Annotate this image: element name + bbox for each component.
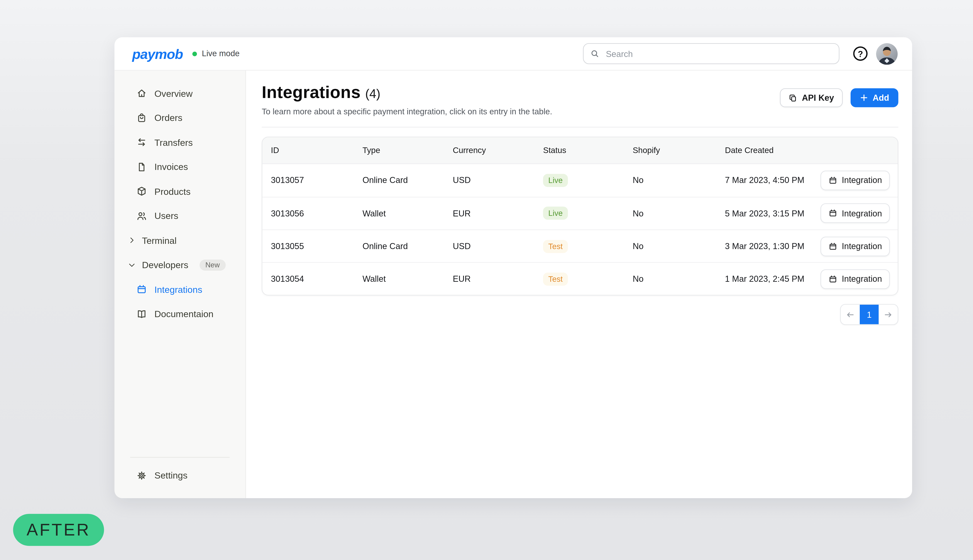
sidebar-item-label: Transfers	[154, 137, 193, 148]
cell-id: 3013055	[271, 241, 363, 251]
cell-shopify: No	[633, 208, 725, 218]
invoice-file-icon	[136, 162, 147, 172]
head-actions: API Key Add	[779, 88, 898, 107]
status-badge: Test	[543, 240, 568, 253]
sidebar-item-terminal[interactable]: Terminal	[114, 228, 245, 253]
prev-page-button[interactable]	[841, 305, 860, 325]
sidebar-item-label: Overview	[154, 88, 192, 98]
page-title: Integrations	[262, 83, 361, 102]
table-row[interactable]: 3013057Online CardUSDLiveNo7 Mar 2023, 4…	[262, 164, 898, 197]
table-body: 3013057Online CardUSDLiveNo7 Mar 2023, 4…	[262, 164, 898, 295]
cell-status: Test	[543, 240, 633, 253]
open-book-icon	[136, 308, 147, 320]
gear-icon	[136, 470, 147, 481]
home-icon	[136, 88, 147, 99]
live-mode-label: Live mode	[202, 49, 239, 58]
cell-id: 3013054	[271, 274, 363, 284]
sidebar-item-integrations[interactable]: Integrations	[114, 277, 245, 302]
sidebar-item-invoices[interactable]: Invoices	[114, 155, 245, 179]
status-badge: Live	[543, 174, 568, 187]
integration-button-label: Integration	[842, 208, 882, 218]
table-row[interactable]: 3013054WalletEURTestNo1 Mar 2023, 2:45 P…	[262, 262, 898, 295]
table-header-row: IDTypeCurrencyStatusShopifyDate Created	[262, 137, 898, 164]
sidebar-item-overview[interactable]: Overview	[114, 81, 245, 106]
top-bar: paymob Live mode ?	[114, 37, 912, 71]
cell-currency: EUR	[453, 274, 543, 284]
cell-action: Integration	[820, 170, 890, 190]
integration-button[interactable]: Integration	[820, 237, 890, 256]
next-page-button[interactable]	[879, 305, 898, 325]
head-divider	[262, 127, 898, 128]
status-badge: Live	[543, 207, 568, 220]
cell-date-created: 5 Mar 2023, 3:15 PM	[725, 208, 820, 218]
live-mode-indicator: Live mode	[192, 49, 239, 58]
integrations-table: IDTypeCurrencyStatusShopifyDate Created …	[262, 137, 898, 296]
cell-action: Integration	[820, 237, 890, 256]
new-badge: New	[199, 259, 226, 270]
calendar-icon	[828, 242, 837, 251]
integration-button[interactable]: Integration	[820, 269, 890, 289]
column-header-currency: Currency	[453, 146, 543, 155]
cell-status: Live	[543, 174, 633, 187]
cell-currency: EUR	[453, 208, 543, 218]
page-count: (4)	[365, 87, 380, 101]
sidebar-item-users[interactable]: Users	[114, 203, 245, 228]
cell-shopify: No	[633, 241, 725, 251]
table-row[interactable]: 3013056WalletEURLiveNo5 Mar 2023, 3:15 P…	[262, 197, 898, 230]
integration-button-label: Integration	[842, 241, 882, 251]
cell-id: 3013056	[271, 208, 363, 218]
package-icon	[136, 186, 147, 197]
api-key-button[interactable]: API Key	[779, 88, 843, 107]
page-number-button[interactable]: 1	[860, 305, 879, 325]
sidebar-item-settings[interactable]: Settings	[114, 463, 245, 488]
cell-action: Integration	[820, 269, 890, 289]
cell-shopify: No	[633, 274, 725, 284]
main-content: Integrations (4) To learn more about a s…	[246, 71, 912, 498]
search-input[interactable]	[605, 48, 832, 59]
cell-action: Integration	[820, 203, 890, 223]
sidebar-item-orders[interactable]: Orders	[114, 106, 245, 130]
sidebar-item-label: Users	[154, 211, 178, 221]
cell-id: 3013057	[271, 176, 363, 185]
calendar-icon	[828, 176, 837, 185]
sidebar-item-label: Terminal	[142, 235, 177, 246]
chevron-down-icon	[128, 261, 136, 269]
sidebar-item-documentaion[interactable]: Documentaion	[114, 302, 245, 326]
sidebar: OverviewOrdersTransfersInvoicesProductsU…	[114, 71, 246, 498]
sidebar-item-label: Products	[154, 186, 191, 197]
integration-button[interactable]: Integration	[820, 170, 890, 190]
cell-type: Online Card	[363, 176, 453, 185]
copy-icon	[788, 93, 797, 102]
search-icon	[590, 49, 599, 58]
plus-icon	[859, 93, 868, 102]
sidebar-item-label: Documentaion	[154, 309, 214, 319]
add-button[interactable]: Add	[850, 88, 898, 107]
sidebar-item-label: Developers	[142, 260, 188, 270]
arrow-left-icon	[845, 310, 855, 320]
cell-status: Test	[543, 272, 633, 285]
arrow-right-icon	[883, 310, 893, 320]
pagination-row: 1	[262, 304, 898, 325]
page-subtitle: To learn more about a specific payment i…	[262, 107, 552, 117]
table-row[interactable]: 3013055Online CardUSDTestNo3 Mar 2023, 1…	[262, 230, 898, 262]
cell-status: Live	[543, 207, 633, 220]
integration-button[interactable]: Integration	[820, 203, 890, 223]
sidebar-item-developers[interactable]: DevelopersNew	[114, 253, 245, 277]
app-window: paymob Live mode ?	[114, 37, 912, 498]
column-header-shopify: Shopify	[633, 146, 725, 155]
integration-button-label: Integration	[842, 176, 882, 185]
sidebar-item-products[interactable]: Products	[114, 179, 245, 203]
cell-type: Online Card	[363, 241, 453, 251]
column-header-status: Status	[543, 146, 633, 155]
page-head: Integrations (4) To learn more about a s…	[262, 83, 898, 117]
status-badge: Test	[543, 272, 568, 285]
sidebar-item-transfers[interactable]: Transfers	[114, 130, 245, 155]
avatar-photo	[876, 43, 898, 64]
calendar-icon	[828, 275, 837, 284]
paymob-logo: paymob	[132, 47, 183, 60]
sidebar-item-label: Orders	[154, 113, 182, 123]
help-button[interactable]: ?	[853, 47, 868, 61]
cell-date-created: 1 Mar 2023, 2:45 PM	[725, 274, 820, 284]
user-avatar[interactable]	[876, 43, 898, 64]
search-bar[interactable]	[583, 43, 839, 64]
